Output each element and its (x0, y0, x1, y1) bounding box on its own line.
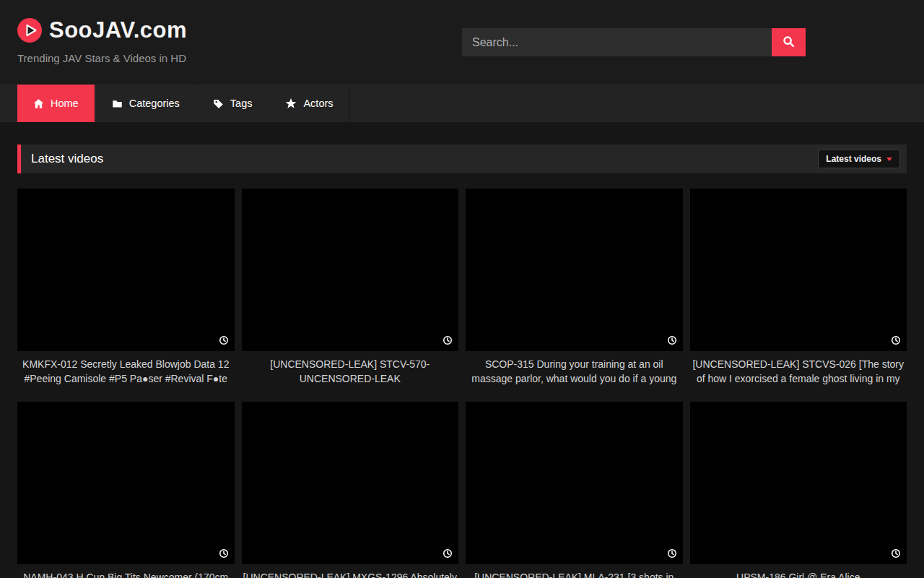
folder-icon (112, 98, 123, 109)
sort-dropdown[interactable]: Latest videos (818, 150, 900, 168)
main-content: Latest videos Latest videos KMKFX-012 Se… (17, 122, 907, 578)
home-icon (33, 98, 44, 109)
clock-icon (667, 335, 677, 345)
nav-label: Tags (230, 98, 253, 109)
clock-icon (219, 335, 229, 345)
site-tagline: Trending JAV Stars & Videos in HD (17, 52, 187, 64)
video-thumbnail[interactable] (242, 189, 459, 351)
nav-item-actors[interactable]: Actors (269, 85, 349, 122)
section-header: Latest videos Latest videos (17, 144, 907, 173)
video-thumbnail[interactable] (17, 189, 235, 351)
video-thumbnail[interactable] (17, 402, 235, 564)
main-nav: Home Categories Tags (0, 85, 924, 122)
nav-label: Home (51, 98, 79, 109)
video-title[interactable]: KMKFX-012 Secretly Leaked Blowjob Data 1… (19, 357, 233, 386)
clock-icon (667, 548, 677, 558)
video-title[interactable]: [UNCENSORED-LEAK] MLA-231 [3 shots in (467, 570, 681, 578)
search-icon (783, 35, 795, 50)
video-card[interactable]: NAMH-043 H Cup Big Tits Newcomer (170cm … (17, 402, 235, 578)
search-input[interactable] (462, 28, 772, 56)
video-card[interactable]: SCOP-315 During your training at an oil … (466, 189, 683, 386)
video-title[interactable]: NAMH-043 H Cup Big Tits Newcomer (170cm … (19, 570, 233, 578)
nav-item-tags[interactable]: Tags (196, 85, 269, 122)
clock-icon (891, 335, 901, 345)
section-title: Latest videos (31, 152, 103, 166)
video-title[interactable]: [UNCENSORED-LEAK] MXGS-1296 Absolutely (243, 570, 458, 578)
star-icon (285, 98, 297, 109)
nav-label: Actors (303, 98, 333, 109)
brand-block: SooJAV.com Trending JAV Stars & Videos i… (17, 17, 187, 64)
video-card[interactable]: [UNCENSORED-LEAK] MLA-231 [3 shots in (466, 402, 683, 578)
tag-icon (213, 98, 224, 109)
video-thumbnail[interactable] (466, 189, 683, 351)
video-grid: KMKFX-012 Secretly Leaked Blowjob Data 1… (17, 189, 907, 578)
clock-icon (443, 548, 453, 558)
nav-item-categories[interactable]: Categories (95, 85, 196, 122)
video-card[interactable]: [UNCENSORED-LEAK] STCVS-026 [The story o… (690, 189, 907, 386)
video-thumbnail[interactable] (690, 189, 907, 351)
sort-dropdown-label: Latest videos (826, 154, 881, 164)
video-card[interactable]: UPSM-186 Girl @ Era Alice (690, 402, 907, 578)
site-header: SooJAV.com Trending JAV Stars & Videos i… (0, 0, 924, 85)
clock-icon (891, 548, 901, 558)
video-card[interactable]: [UNCENSORED-LEAK] STCV-570-UNCENSORED-LE… (242, 189, 459, 386)
search-button[interactable] (772, 28, 806, 56)
video-title[interactable]: SCOP-315 During your training at an oil … (467, 357, 681, 386)
nav-label: Categories (129, 98, 180, 109)
video-card[interactable]: KMKFX-012 Secretly Leaked Blowjob Data 1… (17, 189, 235, 386)
clock-icon (219, 548, 229, 558)
play-logo-icon (17, 18, 42, 43)
video-title[interactable]: [UNCENSORED-LEAK] STCV-570-UNCENSORED-LE… (243, 357, 458, 386)
video-title[interactable]: [UNCENSORED-LEAK] STCVS-026 [The story o… (692, 357, 906, 386)
clock-icon (443, 335, 453, 345)
video-thumbnail[interactable] (242, 402, 459, 564)
video-thumbnail[interactable] (466, 402, 683, 564)
video-title[interactable]: UPSM-186 Girl @ Era Alice (692, 570, 906, 578)
search-form (462, 28, 806, 56)
video-thumbnail[interactable] (690, 402, 907, 564)
nav-item-home[interactable]: Home (17, 85, 95, 122)
chevron-down-icon (886, 158, 892, 161)
video-card[interactable]: [UNCENSORED-LEAK] MXGS-1296 Absolutely (242, 402, 459, 578)
site-title[interactable]: SooJAV.com (49, 17, 187, 43)
